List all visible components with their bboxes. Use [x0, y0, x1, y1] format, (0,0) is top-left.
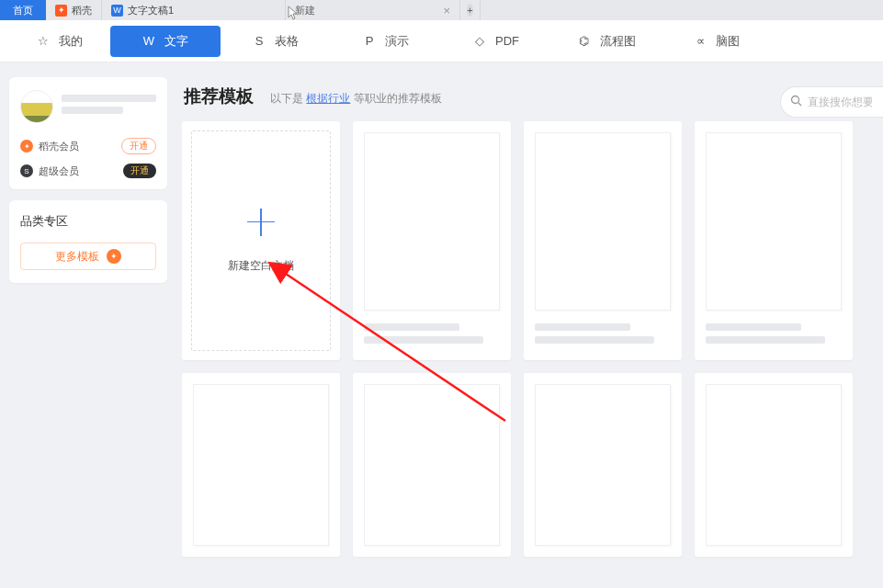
fire-icon: ✦ [55, 5, 67, 17]
user-name-placeholder [62, 95, 156, 119]
heading-row: 推荐模板 以下是 根据行业 等职业的推荐模板 [184, 85, 883, 108]
tab-label: 文字文稿1 [128, 4, 174, 17]
nav-label: 流程图 [600, 33, 636, 50]
nav-label: 我的 [59, 33, 83, 50]
fire-icon: ✦ [107, 249, 121, 264]
page-title: 推荐模板 [184, 85, 254, 108]
svg-line-1 [798, 103, 802, 107]
open-button[interactable]: 开通 [123, 164, 156, 178]
svg-point-0 [792, 96, 799, 104]
nav-pdf[interactable]: ◇ PDF [441, 26, 551, 57]
category-title: 品类专区 [20, 213, 156, 230]
nav-label: 演示 [385, 33, 409, 50]
user-info [20, 90, 156, 123]
subtitle: 以下是 根据行业 等职业的推荐模板 [270, 91, 442, 107]
tab-doc1[interactable]: W 文字文稿1 [102, 0, 286, 20]
search-input[interactable] [808, 96, 872, 108]
blank-doc-label: 新建空白文档 [228, 258, 294, 274]
present-icon: P [363, 34, 376, 48]
template-card[interactable] [695, 373, 853, 557]
nav-mine[interactable]: ☆ 我的 [9, 26, 110, 57]
more-label: 更多模板 [55, 249, 99, 265]
nav-label: 文字 [164, 33, 188, 50]
nav-label: 表格 [275, 33, 299, 50]
user-card: ✦稻壳会员 开通 S超级会员 开通 [9, 77, 167, 189]
member-row-super: S超级会员 开通 [20, 164, 156, 178]
template-card[interactable] [524, 373, 682, 557]
more-templates-button[interactable]: 更多模板 ✦ [20, 243, 156, 270]
tab-new[interactable]: 新建 × [286, 0, 460, 20]
doc-type-nav: ☆ 我的 W 文字 S 表格 P 演示 ◇ PDF ⌬ 流程图 ∝ 脑图 [0, 20, 883, 62]
flow-icon: ⌬ [578, 34, 591, 48]
close-icon[interactable]: × [443, 4, 450, 17]
member-label: 超级会员 [39, 164, 79, 178]
tab-home[interactable]: 首页 [0, 0, 46, 20]
text-icon: W [142, 34, 155, 48]
add-tab-button[interactable]: + [460, 0, 481, 20]
plus-icon: + [467, 4, 472, 17]
tab-label: 稻壳 [72, 4, 92, 17]
cursor-icon [288, 6, 300, 24]
nav-text[interactable]: W 文字 [110, 26, 221, 57]
template-grid: 新建空白文档 [182, 121, 883, 557]
doc-icon: W [111, 5, 123, 17]
tab-docke[interactable]: ✦ 稻壳 [46, 0, 102, 20]
tab-label: 首页 [13, 4, 33, 17]
nav-label: PDF [495, 34, 519, 48]
content-area: 推荐模板 以下是 根据行业 等职业的推荐模板 新建空白文档 [182, 77, 883, 588]
sheet-icon: S [253, 34, 266, 48]
nav-mind[interactable]: ∝ 脑图 [662, 26, 772, 57]
template-card[interactable] [353, 373, 511, 557]
window-tab-bar: 首页 ✦ 稻壳 W 文字文稿1 新建 × + [0, 0, 883, 20]
star-icon: ☆ [37, 34, 50, 48]
nav-flow[interactable]: ⌬ 流程图 [551, 26, 662, 57]
new-blank-doc-card[interactable]: 新建空白文档 [182, 121, 340, 360]
search-wrap [780, 86, 883, 118]
template-card[interactable] [182, 373, 340, 557]
template-card[interactable] [524, 121, 682, 360]
sidebar: ✦稻壳会员 开通 S超级会员 开通 品类专区 更多模板 ✦ [9, 77, 167, 588]
search-icon [790, 95, 802, 109]
plus-icon [247, 209, 275, 236]
member-row-rice: ✦稻壳会员 开通 [20, 138, 156, 154]
open-button[interactable]: 开通 [121, 138, 156, 154]
category-card: 品类专区 更多模板 ✦ [9, 200, 167, 283]
search-box[interactable] [780, 86, 883, 118]
industry-link[interactable]: 根据行业 [306, 92, 350, 105]
mind-icon: ∝ [694, 34, 707, 48]
nav-present[interactable]: P 演示 [331, 26, 441, 57]
template-card[interactable] [353, 121, 511, 360]
nav-label: 脑图 [716, 33, 740, 50]
avatar[interactable] [20, 90, 53, 123]
template-card[interactable] [695, 121, 853, 360]
pdf-icon: ◇ [473, 34, 486, 48]
nav-sheet[interactable]: S 表格 [221, 26, 331, 57]
rice-icon: ✦ [20, 140, 33, 153]
member-label: 稻壳会员 [39, 140, 79, 153]
main-area: ✦稻壳会员 开通 S超级会员 开通 品类专区 更多模板 ✦ 推荐模板 以下是 根… [0, 62, 883, 588]
super-icon: S [20, 164, 33, 177]
